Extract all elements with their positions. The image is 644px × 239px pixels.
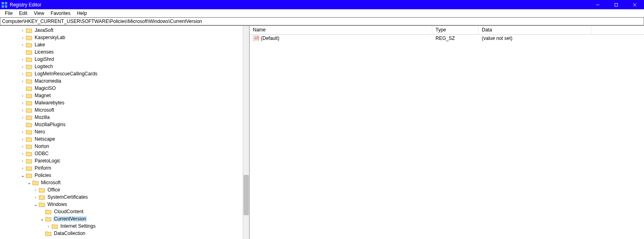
tree-item-microsoft-sw[interactable]: ···›Microsoft — [0, 106, 243, 114]
tree-item-logitech[interactable]: ···›Logitech — [0, 63, 243, 70]
tree-label: SystemCertificates — [47, 194, 89, 200]
tree-label: MagicISO — [34, 85, 57, 91]
chevron-down-icon[interactable]: ⌄ — [39, 215, 45, 222]
tree-label: CurrentVersion — [53, 216, 87, 222]
column-header-data[interactable]: Data — [479, 26, 591, 34]
folder-icon — [26, 49, 32, 55]
folder-icon — [26, 172, 32, 178]
tree-item-javasoft[interactable]: ···›JavaSoft — [0, 27, 243, 34]
close-button[interactable] — [625, 0, 644, 9]
tree-item-windows[interactable]: ·····⌄Windows — [0, 201, 243, 208]
tree-item-internetsettings[interactable]: ·······›Internet Settings — [0, 222, 243, 230]
svg-rect-3 — [5, 5, 7, 8]
window-title: Registry Editor — [10, 2, 41, 8]
chevron-right-icon[interactable]: › — [19, 56, 26, 63]
chevron-right-icon[interactable]: › — [19, 157, 26, 164]
chevron-right-icon[interactable]: › — [19, 128, 26, 135]
tree-item-mozillaplugins[interactable]: ····MozillaPlugins — [0, 121, 243, 128]
chevron-right-icon[interactable]: › — [19, 99, 26, 106]
chevron-right-icon[interactable]: › — [19, 34, 26, 41]
address-bar[interactable]: Computer\HKEY_CURRENT_USER\SOFTWARE\Poli… — [0, 17, 644, 25]
tree-item-malwarebytes[interactable]: ···›Malwarebytes — [0, 99, 243, 106]
menu-view[interactable]: View — [31, 10, 47, 17]
minimize-button[interactable] — [588, 0, 607, 9]
tree-item-logishrd[interactable]: ···›LogiShrd — [0, 56, 243, 63]
chevron-right-icon[interactable]: › — [45, 222, 52, 230]
tree-item-policies[interactable]: ···⌄Policies — [0, 172, 243, 179]
chevron-right-icon[interactable]: › — [19, 135, 26, 143]
tree-item-magnet[interactable]: ···›Magnet — [0, 92, 243, 99]
chevron-right-icon[interactable]: › — [19, 77, 26, 85]
tree-item-datacollection[interactable]: ·······DataCollection — [0, 230, 243, 237]
chevron-right-icon[interactable]: › — [19, 70, 26, 77]
tree-label: Logitech — [34, 64, 54, 69]
chevron-down-icon[interactable]: ⌄ — [32, 201, 39, 208]
tree-item-currentversion[interactable]: ······⌄CurrentVersion — [0, 215, 243, 222]
chevron-right-icon[interactable]: › — [19, 92, 26, 99]
chevron-right-icon[interactable]: › — [19, 150, 26, 157]
tree-label: JavaSoft — [34, 27, 54, 33]
tree-label: LogMeInRescueCallingCards — [34, 71, 98, 77]
chevron-right-icon[interactable]: › — [19, 63, 26, 70]
tree-item-logmein[interactable]: ···›LogMeInRescueCallingCards — [0, 70, 243, 77]
menu-edit[interactable]: Edit — [16, 10, 31, 17]
tree-label: Norton — [34, 143, 50, 149]
folder-icon — [26, 64, 32, 69]
column-header-type[interactable]: Type — [432, 26, 479, 34]
tree-item-policies-microsoft[interactable]: ····⌄Microsoft — [0, 179, 243, 186]
chevron-right-icon[interactable]: › — [19, 143, 26, 150]
folder-icon — [26, 93, 32, 98]
chevron-right-icon[interactable]: › — [19, 41, 26, 48]
svg-rect-1 — [5, 2, 7, 4]
menubar: File Edit View Favorites Help — [0, 9, 644, 17]
column-header-name[interactable]: Name — [250, 26, 432, 34]
value-row[interactable]: ab (Default) REG_SZ (value not set) — [250, 35, 644, 42]
tree-label: Magnet — [34, 93, 52, 98]
tree-item-lake[interactable]: ···›Lake — [0, 41, 243, 48]
chevron-right-icon[interactable]: › — [32, 186, 39, 193]
folder-icon — [26, 71, 32, 77]
tree-item-odbc[interactable]: ···›ODBC — [0, 150, 243, 157]
tree-label: Macromedia — [34, 78, 62, 84]
tree-item-nero[interactable]: ···›Nero — [0, 128, 243, 135]
folder-icon — [39, 187, 45, 193]
tree-item-office[interactable]: ·····›Office — [0, 186, 243, 193]
chevron-right-icon[interactable]: › — [32, 193, 39, 201]
tree-label: Policies — [34, 172, 52, 178]
tree-item-piriform[interactable]: ···›Piriform — [0, 164, 243, 172]
tree-scrollbar[interactable] — [243, 26, 249, 239]
menu-help[interactable]: Help — [74, 10, 90, 17]
chevron-right-icon[interactable]: › — [19, 114, 26, 121]
folder-icon — [26, 85, 32, 91]
tree-item-paretologic[interactable]: ···›ParetoLogic — [0, 157, 243, 164]
menu-file[interactable]: File — [2, 10, 16, 17]
chevron-right-icon[interactable]: › — [19, 106, 26, 114]
chevron-right-icon[interactable]: › — [19, 27, 26, 34]
folder-icon — [26, 143, 32, 149]
tree-label: Nero — [34, 129, 46, 135]
tree-item-cloudcontent[interactable]: ·······CloudContent — [0, 208, 243, 215]
tree-item-magiciso[interactable]: ····MagicISO — [0, 85, 243, 92]
tree-item-licenses[interactable]: ····Licenses — [0, 48, 243, 56]
tree-item-norton[interactable]: ···›Norton — [0, 143, 243, 150]
svg-rect-2 — [2, 5, 4, 8]
values-list[interactable]: ab (Default) REG_SZ (value not set) — [250, 35, 644, 239]
tree-item-kasperskylab[interactable]: ···›KasperskyLab — [0, 34, 243, 41]
menu-favorites[interactable]: Favorites — [47, 10, 74, 17]
scrollbar-thumb[interactable] — [244, 175, 249, 215]
chevron-right-icon[interactable]: › — [19, 164, 26, 172]
folder-icon — [26, 158, 32, 164]
tree-item-mozilla[interactable]: ···›Mozilla — [0, 114, 243, 121]
registry-tree[interactable]: ···›JavaSoft ···›KasperskyLab ···›Lake ·… — [0, 26, 243, 239]
maximize-button[interactable] — [607, 0, 625, 9]
svg-text:ab: ab — [254, 35, 259, 41]
tree-item-netscape[interactable]: ···›Netscape — [0, 135, 243, 143]
tree-item-macromedia[interactable]: ···›Macromedia — [0, 77, 243, 85]
tree-pane: ···›JavaSoft ···›KasperskyLab ···›Lake ·… — [0, 26, 250, 239]
folder-icon — [26, 107, 32, 113]
tree-item-systemcertificates[interactable]: ·····›SystemCertificates — [0, 193, 243, 201]
folder-icon — [26, 56, 32, 62]
chevron-down-icon[interactable]: ⌄ — [19, 172, 26, 179]
chevron-down-icon[interactable]: ⌄ — [26, 179, 32, 186]
folder-icon — [32, 180, 39, 185]
